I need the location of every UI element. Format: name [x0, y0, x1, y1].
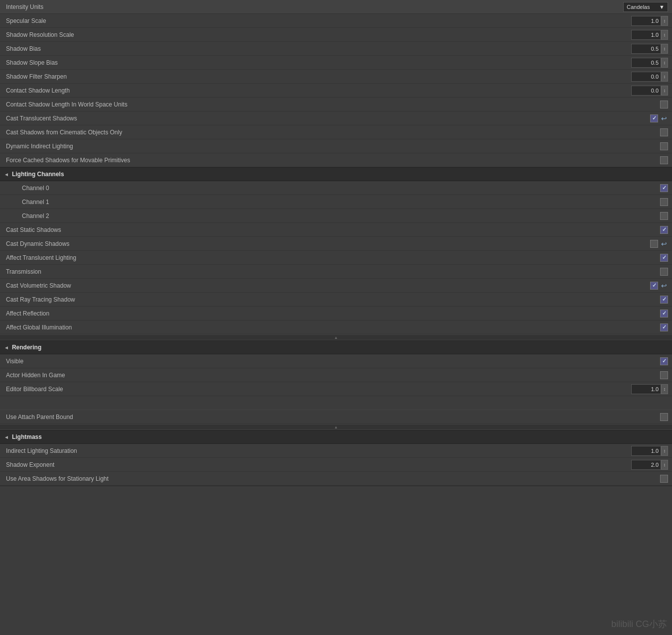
checkbox-use-area-shadows[interactable] [660, 475, 668, 483]
input-shadow-bias[interactable] [631, 44, 661, 54]
value-dynamic-indirect-lighting [630, 142, 670, 150]
spin-specular-scale[interactable]: ↕ [661, 16, 668, 26]
chevron-down-icon: ▼ [659, 4, 665, 10]
value-actor-hidden-in-game [630, 371, 670, 379]
checkbox-use-attach-parent-bound[interactable] [660, 413, 668, 421]
value-affect-translucent-lighting [630, 254, 670, 262]
row-actor-hidden-in-game: Actor Hidden In Game [0, 368, 672, 382]
cb-wrap-cast-dynamic-shadows: ↩ [650, 240, 668, 248]
cb-wrap-dynamic-indirect-lighting [660, 142, 668, 150]
label-shadow-bias: Shadow Bias [2, 45, 630, 52]
label-transmission: Transmission [2, 268, 630, 275]
checkbox-channel-1[interactable] [660, 198, 668, 206]
value-cast-translucent-shadows: ↩ [630, 114, 670, 122]
reset-cast-dynamic-shadows[interactable]: ↩ [660, 240, 668, 248]
row-specular-scale: Specular Scale ↕ [0, 14, 672, 28]
row-cast-ray-tracing-shadow: Cast Ray Tracing Shadow [0, 293, 672, 307]
checkbox-affect-reflection[interactable] [660, 310, 668, 318]
input-indirect-lighting-saturation[interactable] [631, 446, 661, 456]
checkbox-cast-static-shadows[interactable] [660, 226, 668, 234]
label-cast-translucent-shadows: Cast Translucent Shadows [2, 115, 630, 122]
spin-contact-shadow-length[interactable]: ↕ [661, 86, 668, 96]
label-shadow-slope-bias: Shadow Slope Bias [2, 59, 630, 66]
value-contact-shadow-length: ↕ [630, 86, 670, 96]
label-contact-shadow-length: Contact Shadow Length [2, 87, 630, 94]
spin-shadow-resolution-scale[interactable]: ↕ [661, 30, 668, 40]
section-header-rendering[interactable]: ◄ Rendering [0, 340, 672, 354]
input-contact-shadow-length[interactable] [631, 86, 661, 96]
num-group-specular-scale: ↕ [631, 16, 668, 26]
label-rendering: Rendering [12, 344, 41, 351]
checkbox-channel-2[interactable] [660, 212, 668, 220]
input-shadow-resolution-scale[interactable] [631, 30, 661, 40]
row-affect-translucent-lighting: Affect Translucent Lighting [0, 251, 672, 265]
checkbox-affect-global-illumination[interactable] [660, 323, 668, 331]
checkbox-cast-shadows-cinematic[interactable] [660, 128, 668, 136]
spin-shadow-exponent[interactable]: ↕ [661, 460, 668, 470]
scroll-bar-area-1[interactable]: ▲ [0, 334, 672, 340]
row-indirect-lighting-saturation: Indirect Lighting Saturation ↕ [0, 444, 672, 458]
checkbox-channel-0[interactable] [660, 184, 668, 192]
row-dynamic-indirect-lighting: Dynamic Indirect Lighting [0, 139, 672, 153]
label-dynamic-indirect-lighting: Dynamic Indirect Lighting [2, 143, 630, 150]
main-panel: Intensity Units Candelas ▼ Specular Scal… [0, 0, 672, 486]
checkbox-dynamic-indirect-lighting[interactable] [660, 142, 668, 150]
label-contact-shadow-length-world: Contact Shadow Length In World Space Uni… [2, 101, 630, 108]
spin-shadow-bias[interactable]: ↕ [661, 44, 668, 54]
cb-wrap-force-cached-shadows [660, 156, 668, 164]
input-shadow-exponent[interactable] [631, 460, 661, 470]
checkbox-cast-ray-tracing-shadow[interactable] [660, 296, 668, 304]
checkbox-visible[interactable] [660, 357, 668, 365]
dropdown-intensity-units[interactable]: Candelas ▼ [623, 2, 668, 12]
spin-shadow-slope-bias[interactable]: ↕ [661, 58, 668, 68]
reset-cast-volumetric-shadow[interactable]: ↩ [660, 282, 668, 290]
checkbox-affect-translucent-lighting[interactable] [660, 254, 668, 262]
value-affect-reflection [630, 310, 670, 318]
arrow-rendering: ◄ [4, 345, 9, 350]
reset-cast-translucent-shadows[interactable]: ↩ [660, 114, 668, 122]
separator-row-rendering [0, 396, 672, 410]
cb-wrap-cast-volumetric-shadow: ↩ [650, 282, 668, 290]
scroll-bar-area-2[interactable]: ▲ [0, 424, 672, 430]
row-shadow-filter-sharpen: Shadow Filter Sharpen ↕ [0, 70, 672, 84]
row-cast-volumetric-shadow: Cast Volumetric Shadow ↩ [0, 279, 672, 293]
dropdown-value: Candelas [627, 4, 650, 10]
label-cast-ray-tracing-shadow: Cast Ray Tracing Shadow [2, 296, 630, 303]
label-use-area-shadows: Use Area Shadows for Stationary Light [2, 475, 630, 482]
value-shadow-bias: ↕ [630, 44, 670, 54]
input-editor-billboard-scale[interactable] [631, 384, 661, 394]
num-group-shadow-exponent: ↕ [631, 460, 668, 470]
num-group-shadow-resolution-scale: ↕ [631, 30, 668, 40]
spin-editor-billboard-scale[interactable]: ↕ [661, 384, 668, 394]
checkbox-cast-volumetric-shadow[interactable] [650, 282, 658, 290]
checkbox-actor-hidden-in-game[interactable] [660, 371, 668, 379]
checkbox-cast-translucent-shadows[interactable] [650, 114, 658, 122]
input-specular-scale[interactable] [631, 16, 661, 26]
checkbox-force-cached-shadows[interactable] [660, 156, 668, 164]
row-shadow-resolution-scale: Shadow Resolution Scale ↕ [0, 28, 672, 42]
value-specular-scale: ↕ [630, 16, 670, 26]
row-visible: Visible [0, 354, 672, 368]
section-header-lighting-channels[interactable]: ◄ Lighting Channels [0, 167, 672, 181]
row-cast-static-shadows: Cast Static Shadows [0, 223, 672, 237]
label-shadow-filter-sharpen: Shadow Filter Sharpen [2, 73, 630, 80]
cb-wrap-cast-translucent-shadows: ↩ [650, 114, 668, 122]
label-cast-dynamic-shadows: Cast Dynamic Shadows [2, 240, 630, 247]
label-indirect-lighting-saturation: Indirect Lighting Saturation [2, 447, 630, 454]
checkbox-transmission[interactable] [660, 268, 668, 276]
value-cast-shadows-cinematic [630, 128, 670, 136]
checkbox-contact-shadow-length-world[interactable] [660, 101, 668, 108]
cb-wrap-cast-shadows-cinematic [660, 128, 668, 136]
section-header-lightmass[interactable]: ◄ Lightmass [0, 430, 672, 444]
value-channel-1 [630, 198, 670, 206]
input-shadow-slope-bias[interactable] [631, 58, 661, 68]
label-channel-2: Channel 2 [2, 212, 630, 219]
spin-shadow-filter-sharpen[interactable]: ↕ [661, 72, 668, 82]
checkbox-cast-dynamic-shadows[interactable] [650, 240, 658, 248]
spin-indirect-lighting-saturation[interactable]: ↕ [661, 446, 668, 456]
row-cast-translucent-shadows: Cast Translucent Shadows ↩ [0, 111, 672, 125]
input-shadow-filter-sharpen[interactable] [631, 72, 661, 82]
row-channel-0: Channel 0 [0, 181, 672, 195]
label-affect-translucent-lighting: Affect Translucent Lighting [2, 254, 630, 261]
num-group-editor-billboard-scale: ↕ [631, 384, 668, 394]
